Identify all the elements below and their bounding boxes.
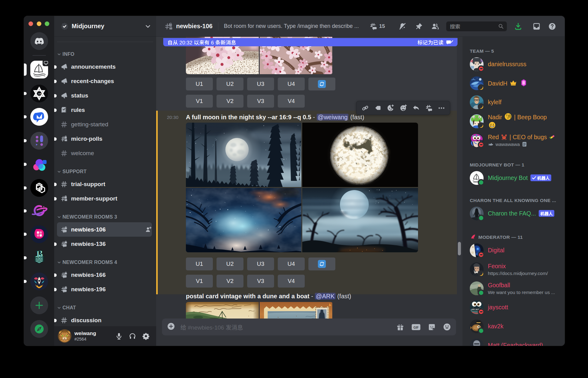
channel-topic[interactable]: Bot room for new users. Type /imagine th… — [224, 23, 365, 29]
channel-item-recent-changes[interactable]: recent-changes — [57, 74, 152, 88]
midjourney-button-v3[interactable]: V3 — [247, 275, 274, 288]
reply-icon[interactable] — [410, 102, 422, 114]
midjourney-button-v2[interactable]: V2 — [217, 275, 243, 288]
server-icon-add-a-server[interactable] — [30, 296, 48, 314]
server-icon-explore-discoverable-servers[interactable] — [30, 320, 48, 338]
emoji-picker-button[interactable] — [443, 323, 451, 331]
member-row-nadir[interactable]: Nadir | Beep Boop — [467, 112, 565, 131]
channel-item-announcements[interactable]: announcements — [57, 59, 152, 74]
member-row-charon-the-faq-[interactable]: Charon the FAQ...机器人 — [467, 204, 565, 223]
copy-link-icon[interactable] — [359, 102, 371, 114]
chat-scrollbar-thumb[interactable] — [458, 242, 461, 255]
maximize-window-button[interactable] — [45, 21, 49, 26]
user-settings-button[interactable] — [139, 330, 153, 342]
member-row-red[interactable]: Red | CEO of bugs wawawawa — [467, 131, 565, 150]
moon-grid-image-2[interactable] — [302, 123, 418, 187]
member-row-matt-fearbackward-[interactable]: Matt (Fearbackward) — [467, 336, 565, 346]
server-header[interactable]: Midjourney — [54, 16, 156, 37]
message-input[interactable]: 给 #newbies-106 发消息 — [162, 319, 456, 335]
channel-item-trial-support[interactable]: trial-support — [57, 177, 152, 191]
member-row-digital[interactable]: Digital — [467, 241, 565, 260]
add-super-reaction-icon[interactable] — [397, 102, 409, 114]
postal-grid-image-1[interactable] — [186, 302, 259, 319]
server-icon-galaxy[interactable] — [30, 202, 48, 220]
channel-section-header-newcomer-rooms-3[interactable]: NEWCOMER ROOMS 3 — [54, 212, 156, 222]
postal-grid-image-2[interactable] — [260, 302, 332, 319]
channel-item-rules[interactable]: rules — [57, 103, 152, 117]
channel-item-welcome[interactable]: welcome — [57, 146, 152, 160]
help-button[interactable] — [545, 21, 562, 32]
minimize-window-button[interactable] — [37, 21, 41, 26]
search-input[interactable]: 搜索 — [446, 21, 507, 31]
moon-grid-image-1[interactable] — [186, 123, 301, 187]
member-row-davidh[interactable]: DavidH — [467, 74, 565, 93]
midjourney-button-u3[interactable]: U3 — [247, 258, 274, 270]
midjourney-button-v1[interactable]: V1 — [186, 275, 213, 288]
channel-section-header-support[interactable]: SUPPORT — [54, 166, 156, 177]
midjourney-button-v3[interactable]: V3 — [247, 95, 274, 108]
midjourney-button-u3[interactable]: U3 — [247, 78, 274, 90]
moon-grid-image-4[interactable] — [302, 188, 418, 252]
member-list-toggle-button[interactable] — [427, 21, 443, 32]
download-update-button[interactable] — [511, 21, 526, 32]
channel-item-status[interactable]: status — [57, 88, 152, 103]
server-icon-mask-art[interactable] — [30, 273, 48, 290]
channel-item-getting-started[interactable]: getting-started — [57, 117, 152, 132]
new-messages-bar[interactable]: 自从 20:32 以来有 6 条新消息 标记为已读 — [163, 38, 458, 46]
gift-button[interactable] — [396, 323, 404, 331]
mention-weiwang[interactable]: @weiwang — [317, 114, 349, 120]
member-row-kav2k[interactable]: kav2k — [467, 317, 565, 336]
channel-item-micro-polls[interactable]: micro-polls — [57, 132, 152, 146]
server-icon-openai[interactable] — [30, 179, 48, 197]
midjourney-button-u4[interactable]: U4 — [278, 258, 305, 270]
midjourney-button-u2[interactable]: U2 — [217, 78, 243, 90]
close-window-button[interactable] — [28, 21, 33, 26]
server-icon-lightzone[interactable] — [30, 108, 48, 126]
server-icon-polls-community[interactable] — [30, 132, 48, 150]
sticker-picker-button[interactable] — [428, 323, 436, 331]
midjourney-button-v2[interactable]: V2 — [217, 95, 243, 108]
member-row-jayscott[interactable]: jayscott — [467, 298, 565, 317]
more-actions-icon[interactable] — [435, 102, 447, 114]
gif-picker-button[interactable] — [411, 323, 421, 331]
channel-item-member-support[interactable]: member-support — [57, 191, 152, 206]
mention-ark[interactable]: @ARK — [315, 293, 335, 300]
member-row-danielrussruss[interactable]: danielrussruss — [467, 55, 565, 74]
member-row-goofball[interactable]: Goofball We want you to remember us ... — [467, 279, 565, 298]
server-icon-creative-blobs[interactable] — [30, 155, 48, 173]
member-row-feonix[interactable]: Feonix https://docs.midjourney.com/ — [467, 260, 565, 279]
notification-settings-button[interactable] — [395, 21, 410, 32]
forward-icon[interactable] — [372, 102, 384, 114]
midjourney-button-u4[interactable]: U4 — [278, 78, 305, 90]
channel-section-header-info[interactable]: INFO — [54, 49, 156, 59]
channel-section-header-chat[interactable]: CHAT — [54, 303, 156, 313]
member-row-kylelf[interactable]: kylelf — [467, 93, 565, 112]
create-thread-icon[interactable] — [423, 102, 435, 114]
member-row-midjourney-bot[interactable]: Midjourney Bot机器人 — [467, 168, 565, 187]
channel-item-discussion[interactable]: discussion — [57, 313, 152, 326]
inbox-button[interactable] — [529, 21, 544, 32]
channel-item-newbies-106[interactable]: newbies-106 — [57, 222, 152, 237]
midjourney-button-u2[interactable]: U2 — [217, 258, 243, 270]
midjourney-button-v4[interactable]: V4 — [278, 275, 305, 288]
pinned-messages-button[interactable] — [412, 21, 427, 32]
midjourney-button-u1[interactable]: U1 — [186, 78, 213, 90]
channel-section-header-newcomer-rooms-4[interactable]: NEWCOMER ROOMS 4 — [54, 257, 156, 268]
threads-button[interactable]: 15 — [365, 21, 389, 32]
server-icon-midjourney[interactable] — [30, 61, 48, 78]
attach-file-button[interactable] — [167, 322, 175, 332]
postal-image-grid[interactable] — [186, 302, 333, 319]
server-icon-shield[interactable] — [30, 225, 48, 243]
moon-image-grid[interactable] — [186, 123, 418, 252]
home-button[interactable] — [30, 32, 48, 50]
deafen-button[interactable] — [126, 330, 139, 342]
midjourney-rerun-button[interactable] — [308, 78, 335, 90]
midjourney-button-v4[interactable]: V4 — [278, 95, 305, 108]
channel-item-newbies-136[interactable]: newbies-136 — [57, 237, 152, 251]
midjourney-rerun-button[interactable] — [308, 258, 335, 270]
mute-microphone-button[interactable] — [112, 330, 126, 342]
server-icon-c4f[interactable] — [30, 85, 48, 102]
mark-as-read-button[interactable]: 标记为已读 — [417, 38, 453, 46]
midjourney-button-v1[interactable]: V1 — [186, 95, 213, 108]
create-invite-icon[interactable] — [145, 226, 152, 233]
